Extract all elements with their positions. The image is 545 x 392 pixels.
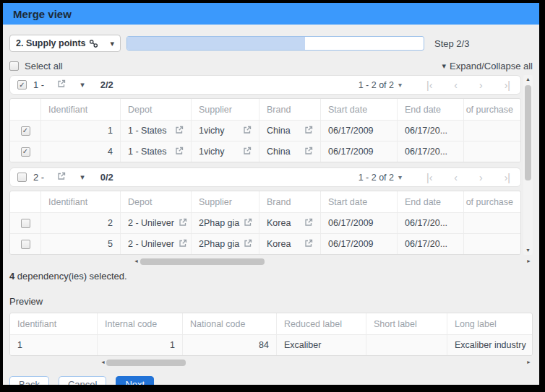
group-1-collapse-toggle[interactable]: ▾ — [80, 80, 85, 90]
last-page-icon[interactable]: ›| — [505, 80, 510, 90]
external-link-icon[interactable] — [304, 126, 313, 136]
cell-brand: China — [267, 126, 291, 136]
next-page-icon[interactable]: › — [479, 80, 483, 90]
group-1-pager: |‹ ‹ › ›| — [426, 80, 513, 90]
cell-end-date: 06/17/20... — [397, 234, 463, 254]
check-icon: ✓ — [22, 148, 28, 155]
cell-start-date: 06/17/2009 — [320, 234, 397, 254]
external-link-icon[interactable] — [175, 126, 184, 136]
col-supplier: Supplier — [191, 191, 259, 212]
cell-identifiant: 2 — [40, 213, 120, 233]
cell-depot: 2 - Unilever — [128, 218, 174, 228]
col-supplier: Supplier — [191, 99, 259, 120]
table-row[interactable]: ✓ 2 2 - Unilever 2Phap gia Korea 06/17/2… — [10, 212, 520, 233]
horizontal-scrollbar-thumb[interactable] — [140, 258, 265, 265]
external-link-icon[interactable] — [244, 218, 252, 229]
cell-supplier: 2Phap gia — [199, 218, 239, 228]
external-link-icon[interactable] — [244, 239, 252, 250]
step-indicator: Step 2/3 — [424, 38, 533, 49]
col-unit-of-purchase: Unit of purchase — [463, 191, 520, 212]
cell-reduced-label: Excaliber — [276, 335, 366, 355]
external-link-icon[interactable] — [179, 239, 187, 250]
table-row[interactable]: ✓ 5 2 - Unilever 2Phap gia Korea 06/17/2… — [10, 233, 520, 254]
entity-type-label: 2. Supply points — [16, 38, 86, 48]
expand-collapse-label: Expand/Collapse all — [450, 61, 533, 71]
prev-page-icon[interactable]: ‹ — [454, 80, 458, 90]
prev-page-icon[interactable]: ‹ — [454, 173, 458, 183]
page-size-dropdown-icon[interactable]: ▾ — [398, 173, 402, 181]
group-1-checkbox[interactable]: ✓ — [17, 80, 27, 90]
col-identifiant: Identifiant — [40, 191, 120, 212]
back-button[interactable]: Back — [9, 376, 49, 392]
group-2-count: 0/2 — [100, 172, 113, 183]
table-row[interactable]: ✓ 1 1 - States 1vichy China 06/17/2009 0… — [10, 120, 520, 141]
cell-short-label — [366, 335, 447, 355]
row-checkbox[interactable]: ✓ — [21, 219, 30, 228]
horizontal-scrollbar-thumb[interactable] — [106, 360, 186, 366]
row-checkbox[interactable]: ✓ — [21, 126, 30, 136]
scroll-down-icon[interactable]: ▼ — [525, 248, 531, 253]
cell-depot: 1 - States — [128, 147, 167, 157]
external-link-icon[interactable] — [57, 79, 66, 90]
external-link-icon[interactable] — [175, 147, 184, 157]
dialog-footer: Back Cancel Next — [9, 376, 533, 392]
expand-collapse-all[interactable]: ▾ Expand/Collapse all — [442, 61, 533, 71]
col-long-label: Long label — [447, 313, 532, 334]
group-2-collapse-toggle[interactable]: ▾ — [80, 173, 85, 182]
scroll-left-icon[interactable]: ◄ — [100, 360, 106, 365]
page-size-dropdown-icon[interactable]: ▾ — [398, 81, 402, 89]
group-2-checkbox[interactable]: ✓ — [17, 173, 27, 182]
col-identifiant: Identifiant — [10, 313, 97, 334]
step-controls-row: 2. Supply points ▾ Step 2/3 — [9, 35, 533, 52]
cell-identifiant: 1 — [10, 335, 97, 355]
vertical-scrollbar-thumb[interactable] — [525, 85, 531, 180]
table-header-row: Identifiant Depot Supplier Brand Start d… — [10, 191, 520, 212]
cell-unit-of-purchase — [463, 141, 520, 162]
last-page-icon[interactable]: ›| — [505, 173, 510, 183]
next-button[interactable]: Next — [116, 376, 154, 392]
scroll-right-icon[interactable]: ► — [526, 258, 531, 263]
horizontal-scrollbar[interactable]: ◄ ► — [9, 256, 533, 266]
preview-table: Identifiant Internal code National code … — [9, 313, 533, 356]
cancel-button[interactable]: Cancel — [59, 376, 106, 392]
external-link-icon[interactable] — [243, 147, 252, 157]
table-row[interactable]: ✓ 4 1 - States 1vichy China 06/17/2009 0… — [10, 141, 520, 162]
cell-depot: 2 - Unilever — [128, 239, 174, 249]
cell-brand: Korea — [267, 239, 291, 249]
row-checkbox[interactable]: ✓ — [21, 147, 30, 157]
cell-identifiant: 4 — [40, 141, 120, 162]
col-national-code: National code — [182, 313, 276, 334]
group-2-pagination: 1 - 2 of 2 ▾ — [359, 173, 402, 183]
external-link-icon[interactable] — [304, 218, 313, 229]
external-link-icon[interactable] — [179, 218, 187, 229]
group-1-label: 1 - — [33, 79, 44, 90]
cell-identifiant: 5 — [40, 234, 120, 254]
scroll-right-icon[interactable]: ► — [526, 360, 531, 365]
cell-supplier: 1vichy — [199, 147, 224, 157]
vertical-scrollbar[interactable]: ▲ ▼ — [523, 75, 533, 255]
select-all-checkbox[interactable]: ✓ — [9, 61, 19, 71]
cell-brand: Korea — [267, 218, 291, 228]
cell-supplier: 1vichy — [199, 126, 224, 136]
scroll-left-icon[interactable]: ◄ — [134, 258, 139, 263]
first-page-icon[interactable]: |‹ — [426, 80, 432, 90]
row-checkbox[interactable]: ✓ — [21, 240, 30, 249]
group-2-table: Identifiant Depot Supplier Brand Start d… — [9, 191, 521, 255]
next-page-icon[interactable]: › — [479, 173, 483, 183]
cell-internal-code: 1 — [97, 335, 182, 355]
cell-end-date: 06/17/20... — [397, 141, 463, 162]
entity-type-dropdown[interactable]: 2. Supply points ▾ — [9, 35, 121, 52]
first-page-icon[interactable]: |‹ — [426, 173, 432, 183]
external-link-icon[interactable] — [304, 147, 313, 157]
external-link-icon[interactable] — [57, 172, 66, 183]
group-1-table: Identifiant Depot Supplier Brand Start d… — [9, 98, 521, 162]
preview-horizontal-scrollbar[interactable]: ◄ ► — [9, 357, 533, 367]
external-link-icon[interactable] — [304, 239, 313, 250]
col-reduced-label: Reduced label — [276, 313, 366, 334]
merge-view-dialog: Merge view 2. Supply points ▾ Step 2/3 ✓… — [0, 0, 545, 392]
col-end-date: End date — [397, 191, 463, 212]
external-link-icon[interactable] — [243, 126, 252, 136]
col-brand: Brand — [259, 191, 320, 212]
dialog-titlebar: Merge view — [3, 3, 539, 25]
scroll-up-icon[interactable]: ▲ — [525, 77, 531, 82]
